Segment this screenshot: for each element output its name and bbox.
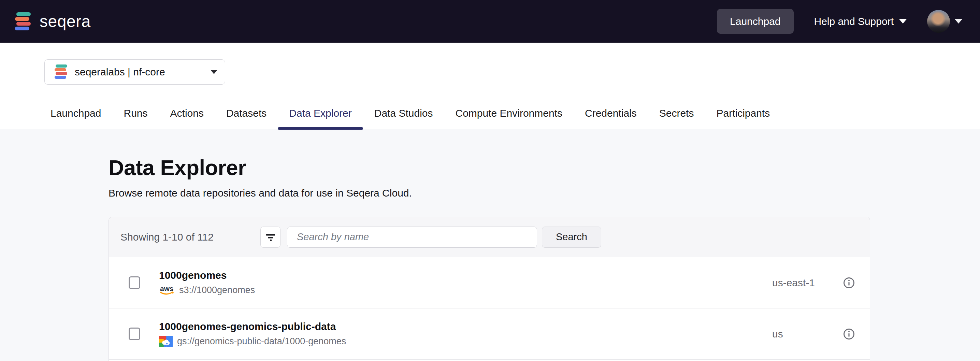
tab-compute-environments[interactable]: Compute Environments bbox=[444, 108, 574, 129]
row-checkbox[interactable] bbox=[129, 277, 140, 289]
table-toolbar: Showing 1-10 of 112 Search bbox=[109, 217, 870, 257]
data-explorer-table: Showing 1-10 of 112 Search 1000genomes bbox=[108, 217, 870, 361]
bucket-uri: s3://1000genomes bbox=[179, 285, 255, 296]
tab-data-studios[interactable]: Data Studios bbox=[363, 108, 444, 129]
chevron-down-icon bbox=[210, 70, 217, 74]
bucket-uri-line: aws bbox=[159, 285, 772, 296]
showing-count: Showing 1-10 of 112 bbox=[121, 231, 260, 243]
filter-icon bbox=[266, 232, 276, 242]
main-content: Data Explorer Browse remote data reposit… bbox=[0, 129, 980, 361]
page-title: Data Explorer bbox=[108, 129, 980, 180]
row-main: 1000genomes-genomics-public-data aws bbox=[159, 321, 772, 347]
tab-data-explorer[interactable]: Data Explorer bbox=[278, 108, 363, 129]
launchpad-button[interactable]: Launchpad bbox=[717, 9, 793, 34]
seqera-logo[interactable]: seqera bbox=[14, 11, 91, 32]
tab-actions[interactable]: Actions bbox=[159, 108, 215, 129]
workspace-selector[interactable]: seqeralabs | nf-core bbox=[45, 59, 225, 84]
help-and-support-label: Help and Support bbox=[814, 16, 894, 27]
bucket-region: us bbox=[772, 328, 843, 340]
workspace-selected: seqeralabs | nf-core bbox=[45, 60, 203, 84]
info-icon[interactable] bbox=[843, 277, 855, 289]
table-rows: 1000genomes aws bbox=[109, 257, 870, 359]
user-menu[interactable] bbox=[927, 10, 962, 33]
navbar-right: Launchpad Help and Support bbox=[717, 9, 962, 34]
workspace-seqera-icon bbox=[54, 64, 68, 80]
table-row-partial bbox=[109, 359, 870, 361]
tab-secrets[interactable]: Secrets bbox=[648, 108, 705, 129]
bucket-uri: gs://genomics-public-data/1000-genomes bbox=[177, 336, 346, 347]
tab-participants[interactable]: Participants bbox=[705, 108, 781, 129]
tab-runs[interactable]: Runs bbox=[112, 108, 159, 129]
tab-credentials[interactable]: Credentials bbox=[574, 108, 648, 129]
filter-button[interactable] bbox=[260, 227, 280, 248]
chevron-down-icon bbox=[955, 19, 962, 24]
row-checkbox[interactable] bbox=[129, 328, 140, 340]
brand-wordmark: seqera bbox=[40, 12, 91, 31]
tab-launchpad[interactable]: Launchpad bbox=[39, 108, 112, 129]
tab-datasets[interactable]: Datasets bbox=[215, 108, 278, 129]
top-navbar: seqera Launchpad Help and Support bbox=[0, 0, 980, 43]
table-row[interactable]: 1000genomes-genomics-public-data aws bbox=[109, 309, 870, 359]
row-main: 1000genomes aws bbox=[159, 270, 772, 296]
page-subtitle: Browse remote data repositories and data… bbox=[108, 187, 980, 199]
workspace-name: seqeralabs | nf-core bbox=[75, 66, 165, 78]
bucket-region: us-east-1 bbox=[772, 277, 843, 289]
seqera-logo-icon bbox=[14, 11, 32, 32]
help-and-support-menu[interactable]: Help and Support bbox=[814, 16, 907, 27]
bucket-uri-line: aws bbox=[159, 336, 772, 347]
page: seqera Launchpad Help and Support bbox=[0, 0, 980, 361]
bucket-name: 1000genomes-genomics-public-data bbox=[159, 321, 772, 332]
svg-text:aws: aws bbox=[160, 285, 174, 293]
chevron-down-icon bbox=[899, 19, 907, 24]
gcp-icon bbox=[159, 336, 173, 347]
search-button[interactable]: Search bbox=[542, 227, 601, 248]
workspace-dropdown-toggle[interactable] bbox=[203, 60, 225, 84]
info-icon[interactable] bbox=[843, 328, 855, 340]
table-row[interactable]: 1000genomes aws bbox=[109, 257, 870, 309]
aws-icon: aws bbox=[159, 285, 175, 296]
tabs: LaunchpadRunsActionsDatasetsData Explore… bbox=[0, 84, 980, 129]
workspace-row: seqeralabs | nf-core bbox=[0, 43, 980, 84]
search-input[interactable] bbox=[287, 227, 537, 248]
user-avatar bbox=[927, 10, 950, 33]
subheader: seqeralabs | nf-core LaunchpadRunsAction… bbox=[0, 43, 980, 129]
bucket-name: 1000genomes bbox=[159, 270, 772, 281]
